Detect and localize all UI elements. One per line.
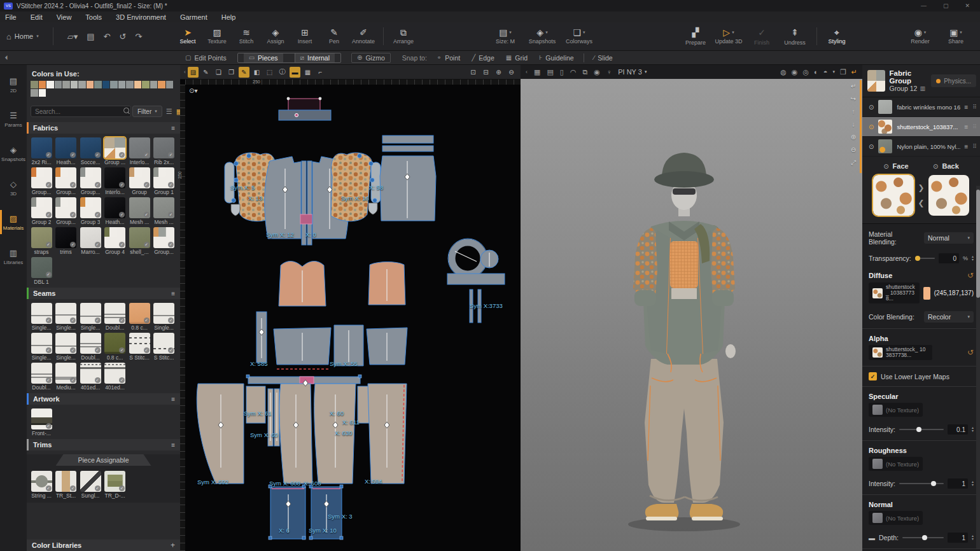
seam-swatch[interactable]: ✓ 0.8 c... — [129, 303, 150, 331]
toolbar-dropdown-button[interactable]: ▤▾ Size: M — [487, 24, 524, 49]
color-swatch[interactable] — [142, 81, 150, 88]
toolbar-output-button[interactable]: ▣▾ Share — [938, 24, 974, 49]
trim-swatch[interactable]: ✓ Sungl... — [80, 471, 101, 499]
copy-left-icon[interactable]: ❮ — [918, 199, 924, 207]
seam-swatch[interactable]: ✓ Single... — [80, 303, 101, 331]
toolbar-tool-button[interactable]: ⊞ Insert — [290, 24, 319, 49]
seam-swatch[interactable]: ✓ S Stitc... — [129, 333, 150, 361]
fabric-view-icon[interactable]: ▨ — [188, 67, 199, 78]
fabric-swatch[interactable]: ✓ Heath... — [104, 197, 126, 225]
fabric-swatch[interactable]: ✓ straps — [31, 227, 52, 255]
menu-item[interactable]: Edit — [31, 13, 43, 21]
history-button[interactable]: ↺ — [119, 32, 126, 41]
rail-item[interactable]: ▥ Libraries — [0, 242, 27, 271]
copy-piece-icon[interactable]: ❏ — [213, 67, 224, 78]
color-swatch[interactable] — [87, 81, 94, 88]
shading-sphere-icon[interactable]: ◐ — [814, 68, 818, 76]
lower-layer-checkbox[interactable]: ✓ — [869, 372, 877, 380]
multi-window-icon[interactable]: ❐ — [840, 68, 846, 76]
close-icon[interactable]: ✕ — [965, 3, 970, 9]
shading-sphere-icon[interactable]: ◎ — [802, 68, 809, 76]
seam-swatch[interactable]: ✓ Mediu... — [55, 363, 77, 391]
layer-menu-icon[interactable]: ≡ — [965, 143, 969, 150]
color-swatch[interactable] — [71, 81, 78, 88]
layer-row[interactable]: ⊙ Nylon plain, 100% Nyl... ≡ ⠿ — [862, 137, 980, 157]
trim-swatch[interactable]: ✓ String ... — [31, 471, 52, 499]
grid-icon[interactable]: ▦ — [302, 67, 313, 78]
turntable-icon[interactable]: ◠ — [570, 68, 577, 76]
fabric-swatch[interactable]: ✓ Group... — [55, 167, 77, 195]
artwork-section-header[interactable]: Artwork ≡ — [27, 393, 180, 405]
floor-icon[interactable]: ▤ — [547, 68, 553, 76]
color-blending-select[interactable]: Recolor ▾ — [924, 311, 974, 323]
rail-item[interactable]: ▨ Materials — [0, 207, 27, 237]
eye-icon[interactable]: ⊙ — [869, 143, 874, 150]
color-swatch[interactable] — [110, 81, 118, 88]
color-swatch[interactable] — [46, 81, 54, 88]
face-tab[interactable]: ⊙ Face — [883, 162, 908, 170]
info-icon[interactable]: ⓘ — [277, 67, 288, 78]
maximize-icon[interactable]: ▢ — [943, 3, 949, 9]
fabric-swatch[interactable]: ✓ trims — [55, 227, 77, 255]
grid-floor-icon[interactable]: ▦ — [534, 68, 540, 76]
color-swatch[interactable] — [94, 81, 102, 88]
layer-menu-icon[interactable]: ≡ — [965, 104, 969, 111]
seam-swatch[interactable]: ✓ Single... — [31, 303, 52, 331]
alpha-texture-chip[interactable]: shutterstock_ 103837738... — [869, 345, 932, 360]
edit-points-button[interactable]: ▢ Edit Points — [185, 54, 227, 62]
fabric-swatch[interactable]: ✓ DBL 1 — [31, 257, 52, 285]
return-icon[interactable]: ↵ — [851, 68, 857, 76]
drag-handle-icon[interactable]: ⠿ — [972, 143, 976, 150]
snap-option[interactable]: ⚬ Point — [437, 54, 460, 62]
zoom-fit-icon[interactable]: ⊡ — [468, 67, 479, 78]
zoom-out-icon[interactable]: ⊖ — [506, 67, 517, 78]
zoom-region-icon[interactable]: ⊟ — [480, 67, 491, 78]
fabric-swatch[interactable]: ✓ Interlo... — [104, 167, 126, 195]
pan-up-icon[interactable]: ↑ — [852, 108, 855, 115]
eye-icon[interactable]: ⊙ — [869, 123, 874, 130]
search-input[interactable] — [31, 106, 131, 117]
add-icon[interactable]: + — [171, 541, 175, 550]
color-swatch[interactable] — [39, 81, 46, 88]
roughness-intensity-value[interactable]: 1 — [948, 478, 968, 489]
toolbar-action-button[interactable]: ✓▾ Finish — [745, 24, 778, 49]
section-menu-icon[interactable]: ≡ — [171, 290, 175, 297]
roughness-intensity-slider[interactable] — [899, 483, 944, 484]
diffuse-color-swatch[interactable] — [923, 287, 930, 300]
diffuse-texture-chip[interactable]: shutterstock_ 103837738... — [869, 282, 920, 303]
color-libraries-header[interactable]: Color Libraries + — [27, 540, 180, 551]
toolbar-output-button[interactable]: ◉▾ Render — [902, 24, 938, 49]
back-texture-thumbnail[interactable] — [928, 175, 969, 216]
toolbar-dropdown-button[interactable]: ◈▾ Snapshots — [524, 24, 561, 49]
minimize-icon[interactable]: — — [921, 3, 927, 9]
seam-swatch[interactable]: ✓ Doubl... — [80, 333, 101, 361]
color-swatch[interactable] — [150, 81, 158, 88]
toolbar-tool-button[interactable]: ✐ Annotate — [349, 24, 378, 49]
trim-swatch[interactable]: ✓ TR_D-... — [104, 471, 126, 499]
fabric-swatch[interactable]: ✓ Group ... — [104, 137, 126, 165]
stepper-icon[interactable]: ▴▾ — [972, 534, 974, 541]
face-texture-thumbnail[interactable] — [873, 175, 914, 216]
color-swatch[interactable] — [78, 81, 86, 88]
transparency-value[interactable]: 0 — [939, 253, 959, 263]
internal-toggle[interactable]: ⧄ Internal — [295, 53, 335, 62]
roughness-texture-chip[interactable]: (No Texture) — [869, 457, 923, 471]
depth-slider[interactable] — [902, 537, 944, 538]
fabric-swatch[interactable]: ✓ Group 2 — [31, 197, 52, 225]
measure-icon[interactable]: ▯ — [560, 68, 564, 76]
material-blending-select[interactable]: Normal ▾ — [924, 232, 974, 244]
menu-item[interactable]: File — [5, 13, 17, 21]
seam-swatch[interactable]: ✓ 0.8 c... — [104, 333, 126, 361]
rail-item[interactable]: ▤ 2D — [0, 70, 27, 99]
color-swatch[interactable] — [166, 81, 174, 88]
collapse-icon[interactable]: ‹ — [526, 69, 528, 75]
collapse-panel-icon[interactable]: ⏴ — [0, 54, 13, 62]
stepper-icon[interactable]: ▴▾ — [972, 480, 974, 487]
marquee-icon[interactable]: ⬚ — [264, 67, 275, 78]
scrollbar[interactable] — [976, 186, 980, 548]
fabric-swatch[interactable]: ✓ Mesh ... — [153, 197, 175, 225]
color-swatch[interactable] — [62, 81, 70, 88]
color-swatch[interactable] — [134, 81, 142, 88]
piece-assignable-tab[interactable]: Piece Assignable — [56, 454, 151, 466]
transparency-slider[interactable] — [915, 258, 935, 259]
